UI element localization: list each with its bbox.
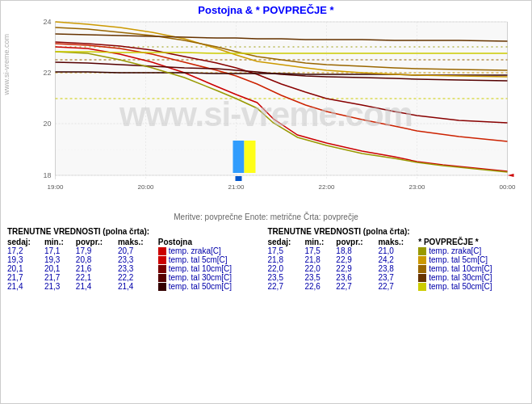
maks-val: 23,3 (118, 264, 158, 273)
maks-val: 20,7 (118, 246, 158, 255)
maks-val: 23,7 (378, 273, 418, 282)
svg-text:21:00: 21:00 (228, 183, 245, 191)
row-label: temp. tal 50cm[C] (158, 282, 265, 291)
row-label: temp. tal 5cm[C] (418, 255, 525, 264)
povpr-val: 22,9 (336, 255, 378, 264)
section1-table: sedaj: min.: povpr.: maks.: Postojna 17,… (7, 238, 265, 291)
main-container: Postojna & * POVPREČJE * www.si-vreme.co… (0, 0, 532, 404)
svg-text:23:00: 23:00 (408, 183, 425, 191)
maks-val: 21,0 (378, 246, 418, 255)
col-min-1: min.: (44, 238, 76, 246)
povpr-val: 21,4 (76, 282, 118, 291)
chart-meta: Meritve: povprečne Enote: metrične Črta:… (1, 212, 531, 224)
povpr-val: 20,8 (76, 255, 118, 264)
table-row: 21,8 21,8 22,9 24,2 temp. tal 5cm[C] (268, 255, 526, 264)
label-text: temp. tal 5cm[C] (169, 255, 228, 264)
table-row: 21,7 21,7 22,1 22,2 temp. tal 30cm[C] (7, 273, 265, 282)
svg-text:19:00: 19:00 (47, 183, 64, 191)
color-indicator (158, 247, 166, 255)
povpr-val: 23,6 (336, 273, 378, 282)
min-val: 20,1 (44, 264, 76, 273)
row-label: temp. tal 30cm[C] (158, 273, 265, 282)
svg-text:24: 24 (43, 18, 51, 26)
row-label: temp. tal 5cm[C] (158, 255, 265, 264)
sedaj-val: 21,7 (7, 273, 44, 282)
label-text: temp. tal 50cm[C] (169, 282, 232, 291)
col-maks-1: maks.: (118, 238, 158, 246)
sedaj-val: 17,2 (7, 246, 44, 255)
label-text: temp. zraka[C] (429, 246, 481, 255)
label-text: temp. tal 10cm[C] (429, 264, 492, 273)
data-block-povprecje: TRENUTNE VREDNOSTI (polna črta): sedaj: … (268, 227, 526, 291)
col-station-2: * POVPREČJE * (418, 238, 525, 246)
label-text: temp. tal 10cm[C] (169, 264, 232, 273)
color-indicator (158, 283, 166, 291)
svg-rect-30 (236, 176, 242, 181)
label-text: temp. tal 30cm[C] (169, 273, 232, 282)
table-row: 22,0 22,0 22,9 23,8 temp. tal 10cm[C] (268, 264, 526, 273)
row-label: temp. zraka[C] (418, 246, 525, 255)
min-val: 23,5 (304, 273, 336, 282)
color-indicator (158, 256, 166, 264)
section1-header: TRENUTNE VREDNOSTI (polna črta): (7, 227, 265, 236)
povpr-val: 18,8 (336, 246, 378, 255)
min-val: 19,3 (44, 255, 76, 264)
svg-text:18: 18 (43, 171, 51, 179)
color-indicator (418, 256, 426, 264)
table-row: 17,5 17,5 18,8 21,0 temp. zraka[C] (268, 246, 526, 255)
site-side-label: www.si-vreme.com (2, 34, 10, 95)
sedaj-val: 22,7 (268, 282, 305, 291)
label-text: temp. tal 50cm[C] (429, 282, 492, 291)
chart-title: Postojna & * POVPREČJE * (1, 1, 531, 18)
min-val: 22,0 (304, 264, 336, 273)
povpr-val: 22,9 (336, 264, 378, 273)
svg-text:20:00: 20:00 (137, 183, 154, 191)
min-val: 21,7 (44, 273, 76, 282)
maks-val: 22,2 (118, 273, 158, 282)
min-val: 21,8 (304, 255, 336, 264)
section2-header: TRENUTNE VREDNOSTI (polna črta): (268, 227, 526, 236)
sedaj-val: 23,5 (268, 273, 305, 282)
label-text: temp. tal 30cm[C] (429, 273, 492, 282)
svg-rect-29 (245, 141, 256, 173)
color-indicator (418, 247, 426, 255)
row-label: temp. tal 50cm[C] (418, 282, 525, 291)
col-station-1: Postojna (158, 238, 265, 246)
povpr-val: 22,1 (76, 273, 118, 282)
sedaj-val: 21,4 (7, 282, 44, 291)
table-row: 17,2 17,1 17,9 20,7 temp. zraka[C] (7, 246, 265, 255)
sedaj-val: 21,8 (268, 255, 305, 264)
col-povpr-2: povpr.: (336, 238, 378, 246)
svg-text:22:00: 22:00 (318, 183, 335, 191)
row-label: temp. tal 30cm[C] (418, 273, 525, 282)
table-row: 20,1 20,1 21,6 23,3 temp. tal 10cm[C] (7, 264, 265, 273)
svg-rect-28 (233, 141, 245, 173)
maks-val: 23,3 (118, 255, 158, 264)
color-indicator (158, 274, 166, 282)
col-sedaj-1: sedaj: (7, 238, 44, 246)
section2-table: sedaj: min.: povpr.: maks.: * POVPREČJE … (268, 238, 526, 291)
label-text: temp. tal 5cm[C] (429, 255, 488, 264)
col-maks-2: maks.: (378, 238, 418, 246)
sedaj-val: 22,0 (268, 264, 305, 273)
svg-text:20: 20 (43, 120, 51, 128)
maks-val: 23,8 (378, 264, 418, 273)
min-val: 21,3 (44, 282, 76, 291)
data-sections: TRENUTNE VREDNOSTI (polna črta): sedaj: … (1, 224, 531, 292)
color-indicator (418, 283, 426, 291)
col-sedaj-2: sedaj: (268, 238, 305, 246)
povpr-val: 21,6 (76, 264, 118, 273)
svg-marker-31 (508, 174, 514, 177)
color-indicator (418, 274, 426, 282)
table-row: 22,7 22,6 22,7 22,7 temp. tal 50cm[C] (268, 282, 526, 291)
chart-svg: 24 22 20 18 19:00 20:00 21:00 22:00 (15, 18, 531, 204)
povpr-val: 17,9 (76, 246, 118, 255)
col-min-2: min.: (304, 238, 336, 246)
svg-text:22: 22 (43, 69, 51, 77)
row-label: temp. tal 10cm[C] (418, 264, 525, 273)
row-label: temp. zraka[C] (158, 246, 265, 255)
maks-val: 22,7 (378, 282, 418, 291)
min-val: 22,6 (304, 282, 336, 291)
table-row: 23,5 23,5 23,6 23,7 temp. tal 30cm[C] (268, 273, 526, 282)
povpr-val: 22,7 (336, 282, 378, 291)
